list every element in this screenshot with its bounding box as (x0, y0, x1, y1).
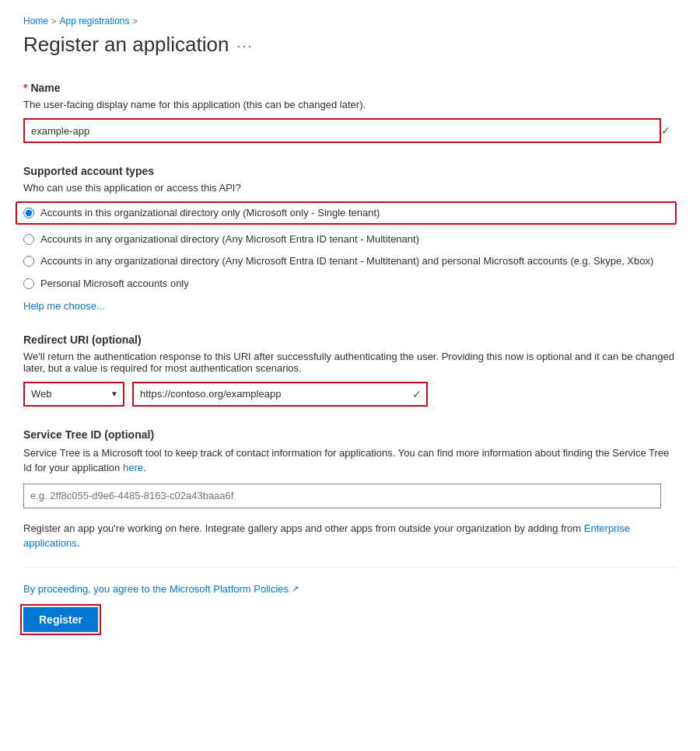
redirect-uri-description: We'll return the authentication response… (23, 351, 677, 374)
breadcrumb-sep1: > (51, 16, 56, 26)
breadcrumb: Home > App registrations > (23, 16, 677, 26)
policy-line: By proceeding, you agree to the Microsof… (23, 583, 677, 595)
radio-single-tenant-input[interactable] (23, 208, 34, 218)
radio-personal-only-label: Personal Microsoft accounts only (40, 277, 189, 291)
radio-multitenant-input[interactable] (23, 234, 34, 245)
service-tree-title: Service Tree ID (optional) (23, 428, 677, 441)
service-tree-here-link[interactable]: here (123, 462, 143, 473)
footer-note: Register an app you're working on here. … (23, 521, 677, 551)
service-tree-input[interactable] (23, 484, 661, 508)
name-label: *Name (23, 82, 677, 94)
help-me-choose-link[interactable]: Help me choose... (23, 300, 105, 312)
more-options-icon[interactable]: ··· (237, 38, 254, 54)
uri-type-wrapper: Web SPA Public client/native (mobile & d… (23, 382, 124, 407)
breadcrumb-home[interactable]: Home (23, 16, 48, 26)
redirect-uri-row: Web SPA Public client/native (mobile & d… (23, 382, 677, 407)
redirect-uri-input[interactable] (132, 382, 428, 407)
service-tree-description: Service Tree is a Microsoft tool to keep… (23, 445, 677, 476)
radio-multitenant[interactable]: Accounts in any organizational directory… (23, 232, 677, 246)
radio-personal-only-input[interactable] (23, 278, 34, 289)
breadcrumb-sep2: > (133, 16, 138, 26)
name-section: *Name The user-facing display name for t… (23, 82, 677, 143)
divider (23, 567, 677, 568)
policy-link[interactable]: By proceeding, you agree to the Microsof… (23, 583, 289, 595)
name-check-icon: ✓ (661, 124, 670, 137)
uri-check-icon: ✓ (412, 388, 422, 400)
radio-personal-only[interactable]: Personal Microsoft accounts only (23, 277, 677, 291)
name-description: The user-facing display name for this ap… (23, 99, 677, 110)
name-input[interactable] (23, 118, 661, 143)
account-types-description: Who can use this application or access t… (23, 182, 677, 194)
radio-single-tenant[interactable]: Accounts in this organizational director… (16, 201, 677, 225)
uri-input-wrapper: ✓ (132, 382, 428, 407)
radio-multitenant-personal-input[interactable] (23, 256, 34, 267)
service-tree-section: Service Tree ID (optional) Service Tree … (23, 428, 677, 508)
account-types-section: Supported account types Who can use this… (23, 165, 677, 312)
breadcrumb-app-registrations[interactable]: App registrations (59, 16, 129, 26)
page-title: Register an application (23, 33, 229, 57)
uri-type-select[interactable]: Web SPA Public client/native (mobile & d… (23, 382, 124, 407)
radio-multitenant-personal[interactable]: Accounts in any organizational directory… (23, 254, 677, 268)
name-input-wrapper: ✓ (23, 118, 677, 143)
redirect-uri-section: Redirect URI (optional) We'll return the… (23, 334, 677, 407)
account-types-radio-group: Accounts in this organizational director… (23, 201, 677, 291)
radio-single-tenant-label: Accounts in this organizational director… (40, 206, 380, 220)
required-indicator: * (23, 82, 27, 94)
radio-multitenant-label: Accounts in any organizational directory… (40, 232, 419, 246)
register-button[interactable]: Register (23, 607, 98, 632)
external-link-icon: ↗ (292, 584, 299, 594)
account-types-title: Supported account types (23, 165, 677, 177)
radio-multitenant-personal-label: Accounts in any organizational directory… (40, 254, 653, 268)
redirect-uri-title: Redirect URI (optional) (23, 334, 677, 346)
